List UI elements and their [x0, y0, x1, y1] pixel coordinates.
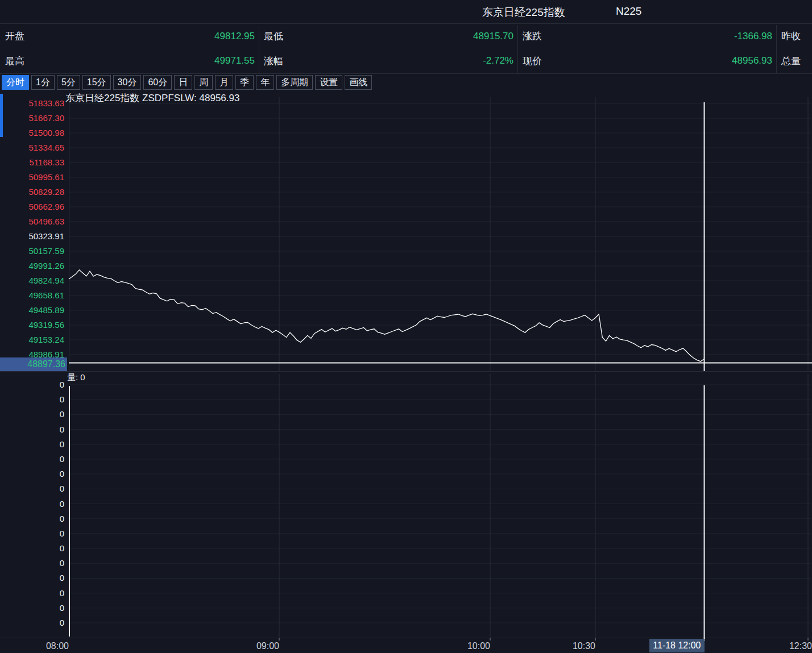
y-axis-label: 49658.61: [0, 290, 64, 301]
y-axis-label: 51500.98: [0, 128, 64, 138]
x-axis-label: 08:00: [46, 640, 69, 652]
volume-axis-label: 0: [0, 558, 64, 568]
tab-1min[interactable]: 1分: [31, 75, 55, 90]
volume-axis-label: 0: [0, 425, 64, 435]
volume-axis-label: 0: [0, 618, 64, 628]
volume-axis-label: 0: [0, 439, 64, 450]
y-axis-label: 49485.89: [0, 305, 64, 315]
y-axis-label: 49319.56: [0, 320, 64, 330]
x-axis-label: 10:00: [467, 640, 490, 652]
volume-axis-label: 0: [0, 499, 64, 509]
volume-axis-label: 0: [0, 543, 64, 554]
volume-axis-label: 0: [0, 394, 64, 405]
y-axis-label: 51168.33: [0, 157, 64, 168]
tab-quarter[interactable]: 季: [235, 75, 254, 90]
divider: [517, 25, 518, 73]
y-axis-label: 50995.61: [0, 172, 64, 182]
instrument-title: 东京日经225指数: [482, 5, 565, 20]
title-row: 东京日经225指数 N225: [0, 0, 812, 23]
x-axis-label: 09:00: [256, 640, 279, 652]
volume-pane-title: 量: 0: [67, 372, 85, 383]
tab-fenshi[interactable]: 分时: [2, 75, 29, 90]
divider: [259, 25, 259, 73]
stat-prev-close: 昨收: [776, 24, 812, 49]
tab-year[interactable]: 年: [256, 75, 274, 90]
tab-drawline[interactable]: 画线: [345, 75, 372, 90]
y-axis-label: 50662.96: [0, 202, 64, 212]
volume-axis-label: 0: [0, 409, 64, 419]
x-axis-label: 12:30: [789, 640, 812, 652]
y-axis-label: 51334.65: [0, 143, 64, 153]
tab-month[interactable]: 月: [215, 75, 233, 90]
y-axis-label: 50496.63: [0, 217, 64, 227]
volume-axis-label: 0: [0, 484, 64, 494]
instrument-symbol: N225: [616, 5, 641, 18]
divider: [776, 25, 777, 73]
stock-trading-app: 东京日经225指数 N225 开盘49812.95 最低48915.70 涨跌-…: [0, 0, 812, 653]
x-axis-label: 10:30: [573, 640, 595, 652]
stat-open: 开盘49812.95: [0, 24, 259, 49]
stat-high: 最高49971.55: [0, 49, 259, 74]
volume-axis-label: 0: [0, 573, 64, 583]
chart-overlay-title: 东京日经225指数 ZSDPFSLW: 48956.93: [65, 91, 239, 105]
tab-day[interactable]: 日: [174, 75, 192, 90]
volume-axis-label: 0: [0, 514, 64, 524]
volume-axis-label: 0: [0, 603, 64, 613]
stat-price: 现价48956.93: [517, 49, 776, 74]
stat-low: 最低48915.70: [259, 24, 517, 49]
crosshair-price-label: 48897.36: [0, 357, 67, 371]
chart-plot-area[interactable]: [69, 97, 812, 638]
tab-15min[interactable]: 15分: [82, 75, 111, 90]
stat-volume: 总量: [776, 49, 812, 74]
y-axis-label: 51833.63: [0, 98, 64, 109]
quote-stats-panel: 开盘49812.95 最低48915.70 涨跌-1366.98 昨收 最高49…: [0, 24, 812, 73]
volume-axis-label: 0: [0, 588, 64, 598]
volume-axis-label: 0: [0, 454, 64, 464]
tab-week[interactable]: 周: [194, 75, 213, 90]
period-tabbar: 分时1分5分15分30分60分日周月季年多周期设置画线: [2, 75, 372, 90]
tab-settings[interactable]: 设置: [315, 75, 342, 90]
y-axis-label: 49824.94: [0, 276, 64, 286]
y-axis-label: 50829.28: [0, 187, 64, 197]
stat-change-pct: 涨幅-2.72%: [259, 49, 517, 74]
volume-axis-label: 0: [0, 380, 64, 390]
y-axis-label: 50323.91: [0, 231, 64, 242]
tab-5min[interactable]: 5分: [57, 75, 80, 90]
volume-axis-label: 0: [0, 469, 64, 479]
y-axis-label: 49153.24: [0, 335, 64, 345]
y-axis-label: 50157.59: [0, 246, 64, 256]
tab-multiperiod[interactable]: 多周期: [276, 75, 313, 90]
y-axis-label: 51667.30: [0, 113, 64, 123]
y-axis-label: 49991.26: [0, 261, 64, 271]
divider: [0, 73, 812, 74]
x-axis-cursor-label: 11-18 12:00: [649, 639, 704, 652]
tab-60min[interactable]: 60分: [143, 75, 172, 90]
stat-change: 涨跌-1366.98: [517, 24, 776, 49]
volume-axis-label: 0: [0, 529, 64, 539]
tab-30min[interactable]: 30分: [113, 75, 142, 90]
